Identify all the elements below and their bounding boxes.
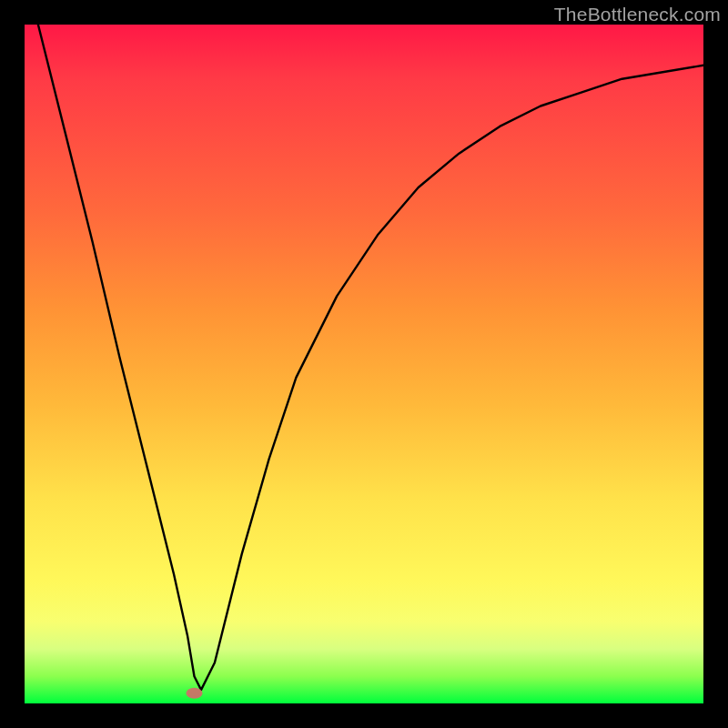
plot-area bbox=[25, 25, 703, 703]
watermark: TheBottleneck.com bbox=[554, 4, 721, 25]
chart-stage: TheBottleneck.com bbox=[0, 0, 728, 728]
